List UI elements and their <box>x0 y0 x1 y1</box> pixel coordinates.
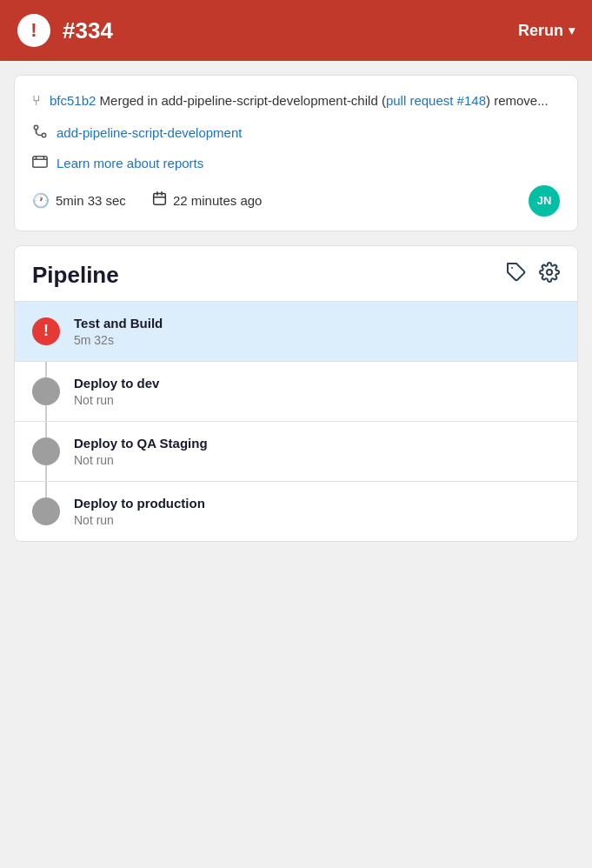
duration-display: 🕐 5min 33 sec <box>32 192 126 209</box>
rerun-label: Rerun <box>518 22 563 40</box>
pipeline-items-list: ! Test and Build 5m 32s Deploy to dev No… <box>15 301 577 541</box>
pipeline-item-content: Deploy to dev Not run <box>74 376 159 407</box>
pipeline-item-content: Deploy to QA Staging Not run <box>74 436 208 467</box>
pipeline-header: ! #334 Rerun ▾ <box>0 0 592 61</box>
pipeline-item-name: Deploy to dev <box>74 376 159 391</box>
branch-link[interactable]: add-pipeline-script-development <box>57 125 242 140</box>
settings-icon[interactable] <box>539 262 560 288</box>
commit-hash-link[interactable]: bfc51b2 <box>50 93 96 108</box>
rerun-button[interactable]: Rerun ▾ <box>518 22 575 40</box>
branch-row: add-pipeline-script-development <box>32 124 560 143</box>
header-left: ! #334 <box>17 14 113 47</box>
svg-rect-6 <box>154 194 166 205</box>
pipeline-section-header: Pipeline <box>15 246 577 301</box>
tag-icon[interactable] <box>506 262 527 288</box>
commit-row: ⑂ bfc51b2 Merged in add-pipeline-script-… <box>32 91 560 111</box>
pipeline-item-deploy-qa[interactable]: Deploy to QA Staging Not run <box>15 421 577 481</box>
pipeline-actions <box>506 262 560 288</box>
reports-row: Learn more about reports <box>32 155 560 171</box>
pipeline-item-name: Deploy to QA Staging <box>74 436 208 451</box>
calendar-icon <box>152 191 167 210</box>
meta-row: 🕐 5min 33 sec 22 minutes ago JN <box>32 185 560 217</box>
chevron-down-icon: ▾ <box>569 23 575 37</box>
pull-request-link[interactable]: pull request #148 <box>386 93 486 108</box>
clock-icon: 🕐 <box>32 192 50 209</box>
svg-point-11 <box>547 270 552 275</box>
alert-icon: ! <box>17 14 50 47</box>
grey-indicator <box>32 497 60 525</box>
pipeline-item-sub: Not run <box>74 393 159 407</box>
commit-text: bfc51b2 Merged in add-pipeline-script-de… <box>50 91 549 111</box>
svg-rect-2 <box>33 156 47 167</box>
pipeline-item-name: Deploy to production <box>74 496 205 511</box>
pipeline-item-content: Deploy to production Not run <box>74 496 205 527</box>
pipeline-item-sub: Not run <box>74 513 205 527</box>
error-indicator: ! <box>32 317 60 345</box>
pipeline-item-sub: Not run <box>74 453 208 467</box>
pipeline-number: #334 <box>63 17 113 44</box>
grey-indicator <box>32 437 60 465</box>
pipeline-item-deploy-production[interactable]: Deploy to production Not run <box>15 481 577 541</box>
time-ago-display: 22 minutes ago <box>152 191 529 210</box>
branch-icon <box>32 124 48 143</box>
pipeline-item-sub: 5m 32s <box>74 333 163 347</box>
reports-icon <box>32 155 48 171</box>
pipeline-item-test-and-build[interactable]: ! Test and Build 5m 32s <box>15 301 577 361</box>
avatar: JN <box>529 185 560 217</box>
reports-link[interactable]: Learn more about reports <box>57 156 203 170</box>
grey-indicator <box>32 377 60 405</box>
commit-icon: ⑂ <box>32 93 41 109</box>
pipeline-item-name: Test and Build <box>74 316 163 331</box>
pipeline-section: Pipeline ! Test and Build 5m 32s <box>14 245 578 542</box>
pipeline-item-deploy-dev[interactable]: Deploy to dev Not run <box>15 361 577 421</box>
pipeline-item-content: Test and Build 5m 32s <box>74 316 163 347</box>
pipeline-title: Pipeline <box>32 262 119 289</box>
info-card: ⑂ bfc51b2 Merged in add-pipeline-script-… <box>14 75 578 231</box>
